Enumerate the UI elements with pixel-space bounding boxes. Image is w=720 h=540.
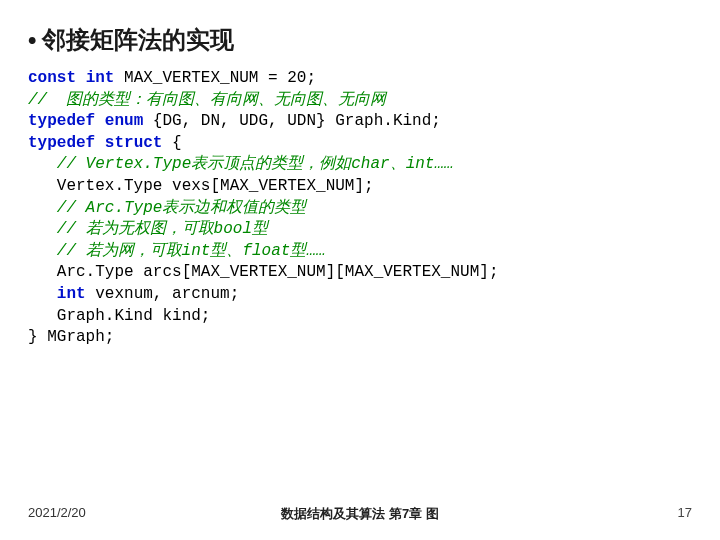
footer-date: 2021/2/20 (28, 505, 86, 520)
footer-title: 数据结构及其算法 第7章 图 (281, 505, 438, 523)
kw-int: int (86, 69, 115, 87)
slide: • 邻接矩阵法的实现 const int MAX_VERTEX_NUM = 20… (0, 0, 720, 540)
comment-graphtypes: // 图的类型：有向图、有向网、无向图、无向网 (28, 91, 386, 109)
kw-typedef: typedef (28, 112, 95, 130)
comment-vertextype: // Vertex.Type表示顶点的类型，例如char、int…… (28, 155, 454, 173)
code-block: const int MAX_VERTEX_NUM = 20; // 图的类型：有… (28, 68, 692, 349)
code-indent (28, 285, 57, 303)
kw-int: int (57, 285, 86, 303)
title-row: • 邻接矩阵法的实现 (28, 24, 692, 56)
code-kind: Graph.Kind kind; (28, 307, 210, 325)
code-arcs: Arc.Type arcs[MAX_VERTEX_NUM][MAX_VERTEX… (28, 263, 498, 281)
code-text: { (162, 134, 181, 152)
kw-typedef: typedef (28, 134, 95, 152)
comment-net: // 若为网，可取int型、float型…… (28, 242, 326, 260)
kw-struct: struct (105, 134, 163, 152)
comment-arctype: // Arc.Type表示边和权值的类型 (28, 199, 306, 217)
title-bullet: • (28, 26, 36, 54)
footer: 2021/2/20 数据结构及其算法 第7章 图 17 (28, 505, 692, 520)
kw-enum: enum (105, 112, 143, 130)
code-text: MAX_VERTEX_NUM = 20; (114, 69, 316, 87)
comment-bool: // 若为无权图，可取bool型 (28, 220, 268, 238)
slide-title: 邻接矩阵法的实现 (42, 24, 234, 56)
code-mgraph: } MGraph; (28, 328, 114, 346)
page-number: 17 (678, 505, 692, 520)
code-nums: vexnum, arcnum; (86, 285, 240, 303)
code-vexs: Vertex.Type vexs[MAX_VERTEX_NUM]; (28, 177, 374, 195)
kw-const: const (28, 69, 76, 87)
code-text: {DG, DN, UDG, UDN} Graph.Kind; (143, 112, 441, 130)
